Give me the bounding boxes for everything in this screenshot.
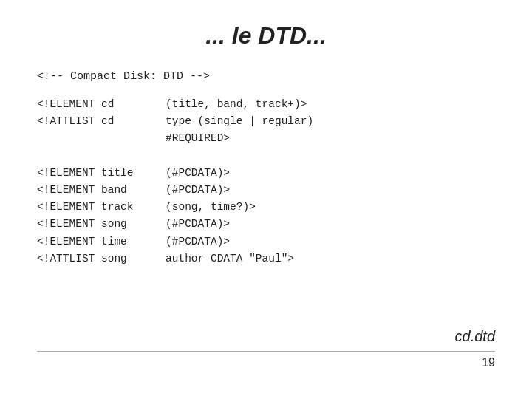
slide-title: ... le DTD... xyxy=(37,22,495,50)
slide: ... le DTD... <!-- Compact Disk: DTD -->… xyxy=(0,0,532,399)
title-text-main: ... le DTD xyxy=(205,22,307,49)
title-text-suffix: ... xyxy=(307,22,327,49)
footer: cd.dtd 19 xyxy=(37,328,495,369)
code-block: <!ELEMENT cd (title, band, track+)> <!AT… xyxy=(37,96,495,267)
filename-label: cd.dtd xyxy=(455,328,495,345)
slide-content: <!-- Compact Disk: DTD --> <!ELEMENT cd … xyxy=(37,70,495,328)
footer-divider xyxy=(37,351,495,352)
dtd-comment: <!-- Compact Disk: DTD --> xyxy=(37,70,495,83)
page-number: 19 xyxy=(482,356,495,369)
